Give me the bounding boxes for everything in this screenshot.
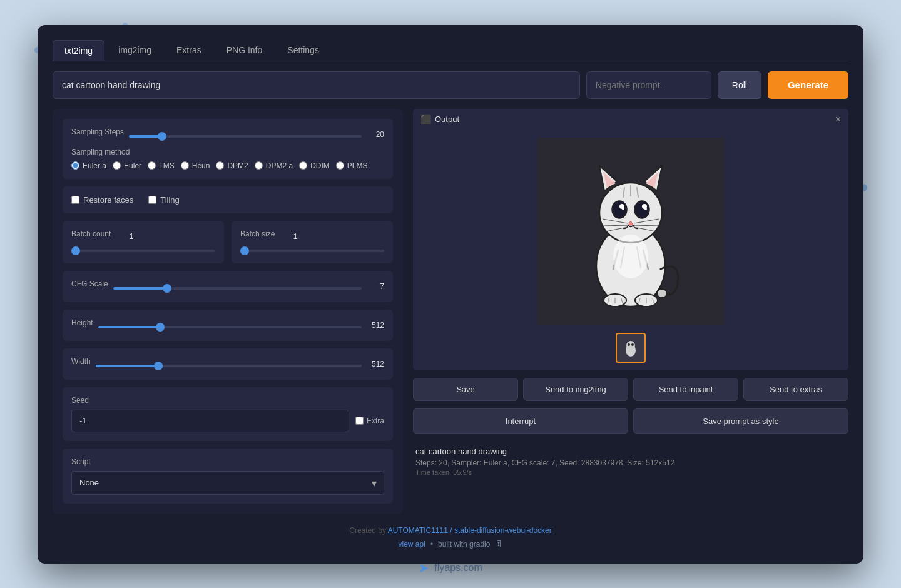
output-container: ⬛ Output × xyxy=(413,109,848,370)
footer-sub: view api • built with gradio 🎛 xyxy=(53,540,848,549)
radio-lms[interactable]: LMS xyxy=(148,161,175,170)
radio-ddim[interactable]: DDIM xyxy=(299,161,330,170)
cfg-label: CFG Scale xyxy=(71,280,108,288)
action-btns-row-1: Save Send to img2img Send to inpaint Sen… xyxy=(413,378,848,401)
view-api-link[interactable]: view api xyxy=(399,540,425,549)
save-style-button[interactable]: Save prompt as style xyxy=(633,408,848,434)
svg-point-52 xyxy=(657,289,667,298)
batch-count-section: Batch count 1 xyxy=(63,221,224,263)
height-slider[interactable] xyxy=(98,326,362,328)
batch-size-row: Batch size 1 xyxy=(240,230,384,243)
sampling-steps-label: Sampling Steps xyxy=(71,128,124,136)
sampling-steps-slider-container xyxy=(129,129,362,140)
flyaps-arrow-icon: ➤ xyxy=(419,560,429,575)
left-panel: Sampling Steps 20 Sampling method Euler … xyxy=(53,109,403,514)
send-extras-button[interactable]: Send to extras xyxy=(743,378,848,401)
width-slider[interactable] xyxy=(96,365,362,367)
cat-illustration xyxy=(568,153,693,310)
seed-row: Extra xyxy=(71,410,384,432)
svg-point-58 xyxy=(631,343,634,346)
sampling-steps-section: Sampling Steps 20 Sampling method Euler … xyxy=(63,119,393,179)
tab-settings[interactable]: Settings xyxy=(276,40,330,61)
footer-credits: Created by AUTOMATIC1111 / stable-diffus… xyxy=(53,526,848,535)
height-label: Height xyxy=(71,318,93,327)
send-img2img-button[interactable]: Send to img2img xyxy=(523,378,628,401)
output-icon: ⬛ xyxy=(420,114,431,124)
sampling-steps-row: Sampling Steps 20 xyxy=(71,128,384,141)
image-info: cat cartoon hand drawing Steps: 20, Samp… xyxy=(413,442,848,481)
radio-dpm2-a[interactable]: DPM2 a xyxy=(255,161,293,170)
batch-size-section: Batch size 1 xyxy=(232,221,393,263)
tab-txt2img[interactable]: txt2img xyxy=(53,40,104,61)
sampling-steps-slider[interactable] xyxy=(129,135,362,138)
radio-plms[interactable]: PLMS xyxy=(336,161,368,170)
send-inpaint-button[interactable]: Send to inpaint xyxy=(633,378,738,401)
script-select-wrapper: None Loopback Outpainting mk2 Prompt mat… xyxy=(71,471,384,495)
svg-point-32 xyxy=(622,208,624,210)
script-select[interactable]: None Loopback Outpainting mk2 Prompt mat… xyxy=(71,471,384,495)
sampling-method-section: Sampling method Euler a Euler LMS Heun xyxy=(71,148,384,170)
cfg-slider[interactable] xyxy=(113,287,362,290)
tab-png-info[interactable]: PNG Info xyxy=(215,40,274,61)
sampling-method-label: Sampling method xyxy=(71,148,384,156)
output-image-area xyxy=(413,130,848,370)
footer-link[interactable]: AUTOMATIC1111 / stable-diffusion-webui-d… xyxy=(388,526,552,535)
height-section: Height 512 xyxy=(63,310,393,341)
batch-count-label: Batch count xyxy=(71,230,111,238)
batch-size-value: 1 xyxy=(280,232,297,241)
tabs-bar: txt2img img2img Extras PNG Info Settings xyxy=(53,40,848,61)
height-slider-container xyxy=(98,320,362,331)
interrupt-button[interactable]: Interrupt xyxy=(413,408,628,434)
output-label-area: ⬛ Output xyxy=(420,114,459,124)
seed-input[interactable] xyxy=(71,410,349,432)
cfg-section: CFG Scale 7 xyxy=(63,271,393,302)
sampling-steps-value: 20 xyxy=(367,130,384,139)
radio-euler-a[interactable]: Euler a xyxy=(71,161,106,170)
negative-prompt-input[interactable] xyxy=(586,71,711,99)
output-close-button[interactable]: × xyxy=(835,114,841,125)
tab-img2img[interactable]: img2img xyxy=(107,40,163,61)
content-area: Sampling Steps 20 Sampling method Euler … xyxy=(53,109,848,514)
main-window: txt2img img2img Extras PNG Info Settings… xyxy=(38,25,863,564)
right-panel: ⬛ Output × xyxy=(413,109,848,514)
flyaps-label: flyaps.com xyxy=(434,562,482,574)
batch-count-row: Batch count 1 xyxy=(71,230,215,243)
save-button[interactable]: Save xyxy=(413,378,518,401)
seed-section: Seed Extra xyxy=(63,387,393,441)
sampling-method-row: Euler a Euler LMS Heun DPM2 xyxy=(71,161,384,170)
output-thumbnail[interactable] xyxy=(616,333,646,363)
width-row: Width 512 xyxy=(71,357,384,371)
tab-extras[interactable]: Extras xyxy=(165,40,213,61)
width-section: Width 512 xyxy=(63,348,393,380)
batch-row: Batch count 1 Batch size 1 xyxy=(63,221,393,263)
width-slider-container xyxy=(96,358,362,370)
gradio-icon: 🎛 xyxy=(495,540,502,549)
batch-count-value: 1 xyxy=(116,232,133,241)
script-section: Script None Loopback Outpainting mk2 Pro… xyxy=(63,449,393,504)
generate-button[interactable]: Generate xyxy=(768,71,848,99)
width-label: Width xyxy=(71,357,91,366)
image-meta: Steps: 20, Sampler: Euler a, CFG scale: … xyxy=(415,459,846,467)
svg-point-29 xyxy=(634,201,649,218)
roll-button[interactable]: Roll xyxy=(718,71,761,99)
prompt-row: Roll Generate xyxy=(53,71,848,99)
extra-seed-checkbox[interactable]: Extra xyxy=(355,417,384,425)
svg-point-33 xyxy=(644,208,647,210)
positive-prompt-input[interactable] xyxy=(53,71,580,99)
restore-faces-checkbox[interactable]: Restore faces xyxy=(71,195,133,205)
radio-heun[interactable]: Heun xyxy=(181,161,210,170)
svg-point-53 xyxy=(613,235,648,278)
width-value: 512 xyxy=(367,360,384,368)
batch-size-label: Batch size xyxy=(240,230,275,238)
tiling-checkbox[interactable]: Tiling xyxy=(148,195,180,205)
height-row: Height 512 xyxy=(71,318,384,332)
radio-dpm2[interactable]: DPM2 xyxy=(216,161,248,170)
batch-count-slider[interactable] xyxy=(71,250,215,252)
svg-point-57 xyxy=(628,343,630,346)
radio-euler[interactable]: Euler xyxy=(113,161,141,170)
height-value: 512 xyxy=(367,321,384,330)
options-row: Restore faces Tiling xyxy=(71,195,384,205)
action-btns-row-2: Interrupt Save prompt as style xyxy=(413,408,848,434)
batch-size-slider[interactable] xyxy=(240,250,384,252)
cfg-slider-container xyxy=(113,281,362,292)
